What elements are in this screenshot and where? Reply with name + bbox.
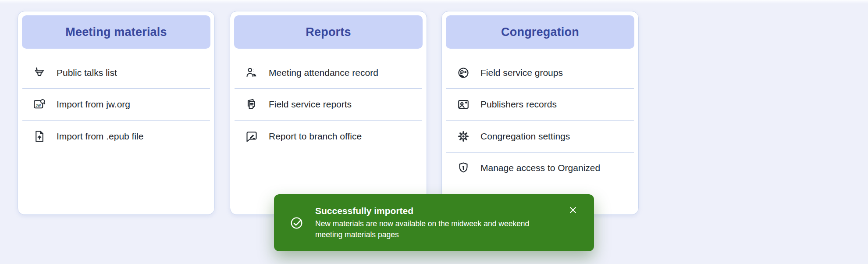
close-icon[interactable] (568, 205, 578, 215)
card-reports: Reports Meeting attendance record (230, 11, 427, 215)
menu-item-label: Publishers records (480, 99, 557, 110)
file-upload-icon (33, 130, 46, 143)
menu-item-attendance-record[interactable]: Meeting attendance record (230, 57, 427, 88)
menu-item-label: Report to branch office (269, 131, 362, 142)
menu-item-label: Public talks list (57, 68, 117, 78)
menu-item-label: Congregation settings (480, 131, 570, 142)
menu-item-import-jworg[interactable]: JW Import from jw.org (18, 89, 214, 120)
card-title: Reports (306, 25, 351, 39)
check-circle-icon (289, 216, 304, 230)
card-congregation: Congregation Field service groups (441, 11, 639, 215)
menu-item-congregation-settings[interactable]: Congregation settings (442, 121, 638, 152)
top-edge-highlight (0, 0, 868, 4)
card-header: Meeting materials (22, 15, 210, 49)
toast-message: New materials are now available on the m… (315, 218, 559, 240)
menu-item-label: Manage access to Organized (480, 163, 600, 173)
menu-item-label: Import from .epub file (57, 131, 143, 142)
dashboard-page: Meeting materials Public talks list (0, 0, 868, 264)
menu-list: Meeting attendance record Field service … (230, 53, 427, 152)
card-title: Meeting materials (65, 25, 167, 39)
badge-icon (457, 98, 470, 111)
menu-item-label: Import from jw.org (57, 99, 130, 110)
toast-title: Successfully imported (315, 206, 559, 216)
success-toast: Successfully imported New materials are … (274, 194, 594, 251)
toast-text-block: Successfully imported New materials are … (315, 206, 559, 240)
menu-item-publishers-records[interactable]: Publishers records (442, 89, 638, 120)
card-title: Congregation (501, 25, 579, 39)
menu-item-manage-access[interactable]: Manage access to Organized (442, 153, 638, 184)
card-header: Reports (234, 15, 423, 49)
menu-item-field-service-reports[interactable]: Field service reports (230, 89, 427, 120)
people-icon (245, 66, 258, 79)
menu-list: Public talks list JW Import from jw.org (18, 53, 214, 152)
lectern-icon (33, 66, 46, 79)
card-meeting-materials: Meeting materials Public talks list (18, 11, 215, 215)
jw-document-search-icon: JW (33, 98, 46, 111)
shield-lock-icon (457, 161, 470, 175)
face-icon (457, 66, 470, 79)
documents-icon (245, 98, 258, 111)
menu-item-report-branch-office[interactable]: Report to branch office (230, 121, 427, 152)
menu-list: Field service groups Publishers records (442, 53, 638, 215)
menu-item-public-talks-list[interactable]: Public talks list (18, 57, 214, 88)
menu-item-label: Meeting attendance record (269, 68, 378, 78)
message-edit-icon (245, 130, 258, 143)
svg-text:JW: JW (36, 103, 41, 107)
menu-item-label: Field service groups (480, 68, 563, 78)
gear-icon (457, 130, 470, 143)
menu-item-field-service-groups[interactable]: Field service groups (442, 57, 638, 88)
card-header: Congregation (446, 15, 634, 49)
menu-item-label: Field service reports (269, 99, 352, 110)
menu-item-import-epub[interactable]: Import from .epub file (18, 121, 214, 152)
